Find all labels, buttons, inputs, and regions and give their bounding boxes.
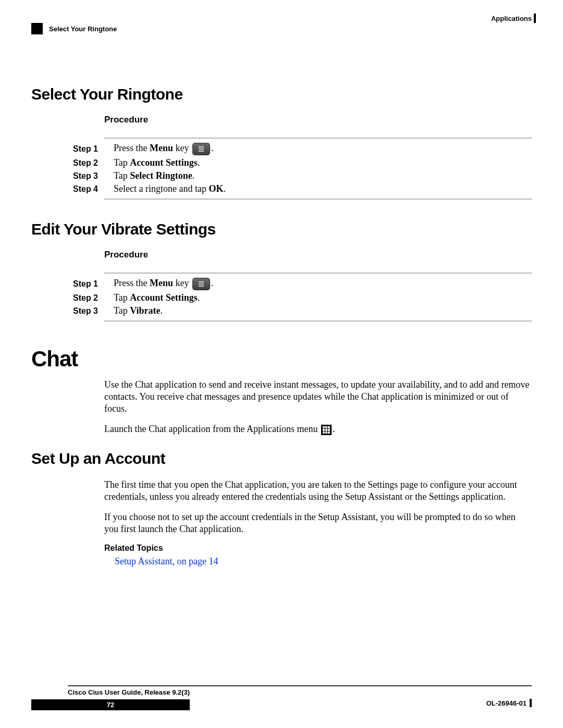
header-chapter-label: Applications	[491, 15, 532, 22]
footer-page-number: 72	[31, 699, 190, 710]
page-content: Select Your Ringtone Procedure Step 1 Pr…	[31, 28, 532, 567]
step-row: Step 3 Tap Select Ringtone.	[73, 169, 500, 182]
section-heading-setup: Set Up an Account	[31, 450, 532, 467]
menu-key-icon	[192, 143, 210, 155]
related-topic-link[interactable]: Setup Assistant, on page 14	[115, 556, 218, 566]
procedure-rule-top	[104, 273, 532, 274]
step-row: Step 4 Select a ringtone and tap OK.	[73, 182, 500, 195]
footer-doc-title: Cisco Cius User Guide, Release 9.2(3)	[68, 688, 190, 696]
step-row: Step 1 Press the Menu key .	[73, 142, 500, 156]
procedure-steps-ringtone: Step 1 Press the Menu key . Step 2 Tap A…	[73, 142, 500, 195]
footer-rule	[68, 685, 532, 686]
setup-paragraph-1: The first time that you open the Chat ap…	[104, 479, 532, 503]
step-label: Step 1	[73, 277, 114, 291]
document-page: Applications Select Your Ringtone Select…	[0, 0, 563, 728]
procedure-label: Procedure	[104, 115, 532, 125]
header-breadcrumb: Select Your Ringtone	[49, 25, 117, 33]
page-footer: Cisco Cius User Guide, Release 9.2(3) 72…	[31, 685, 532, 710]
procedure-steps-vibrate: Step 1 Press the Menu key . Step 2 Tap A…	[73, 277, 500, 317]
chapter-heading-chat: Chat	[31, 347, 532, 372]
step-row: Step 3 Tap Vibrate.	[73, 304, 500, 317]
procedure-rule-bottom	[104, 320, 532, 322]
step-row: Step 2 Tap Account Settings.	[73, 291, 500, 304]
step-text: Select a ringtone and tap OK.	[114, 182, 500, 195]
step-label: Step 3	[73, 304, 114, 317]
header-chapter-text: Applications	[491, 15, 532, 22]
procedure-label: Procedure	[104, 250, 532, 260]
section-heading-ringtone: Select Your Ringtone	[31, 85, 532, 103]
step-label: Step 1	[73, 142, 114, 156]
step-text: Press the Menu key .	[114, 277, 500, 291]
step-label: Step 4	[73, 182, 114, 195]
header-block-icon	[31, 23, 43, 34]
page-header: Applications Select Your Ringtone	[31, 15, 532, 28]
step-text: Tap Vibrate.	[114, 304, 500, 317]
header-accent-bar	[534, 14, 536, 23]
step-text: Tap Select Ringtone.	[114, 169, 500, 182]
footer-accent-bar	[530, 699, 532, 707]
step-label: Step 2	[73, 291, 114, 304]
related-topics-label: Related Topics	[104, 544, 532, 553]
chat-paragraph-2: Launch the Chat application from the App…	[104, 423, 532, 435]
section-heading-vibrate: Edit Your Vibrate Settings	[31, 220, 532, 238]
step-text: Press the Menu key .	[114, 142, 500, 156]
step-label: Step 3	[73, 169, 114, 182]
procedure-rule-top	[104, 138, 532, 139]
step-row: Step 2 Tap Account Settings.	[73, 156, 500, 169]
step-label: Step 2	[73, 156, 114, 169]
step-text: Tap Account Settings.	[114, 291, 500, 304]
menu-key-icon	[192, 278, 210, 290]
step-row: Step 1 Press the Menu key .	[73, 277, 500, 291]
applications-menu-icon	[321, 425, 332, 435]
footer-doc-id: OL-26946-01	[486, 699, 527, 707]
step-text: Tap Account Settings.	[114, 156, 500, 169]
chat-paragraph-1: Use the Chat application to send and rec…	[104, 379, 532, 415]
setup-paragraph-2: If you choose not to set up the account …	[104, 511, 532, 535]
